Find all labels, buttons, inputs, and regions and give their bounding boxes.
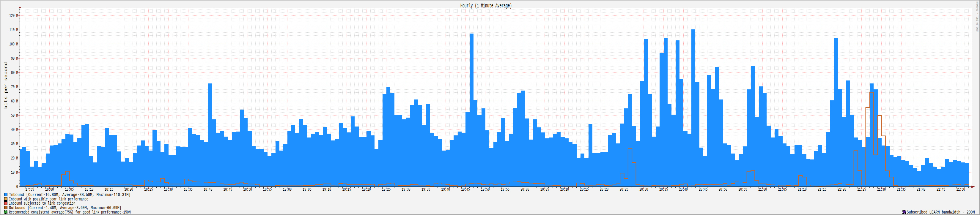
svg-text:18:10: 18:10 [85, 187, 93, 192]
svg-text:20:05: 20:05 [540, 187, 549, 192]
svg-text:Hourly (1 Minute Average): Hourly (1 Minute Average) [460, 2, 512, 9]
svg-text:19:55: 19:55 [501, 187, 509, 192]
svg-text:21:45: 21:45 [937, 187, 945, 192]
svg-text:30 M: 30 M [11, 141, 18, 147]
svg-text:21:00: 21:00 [758, 187, 767, 192]
svg-text:18:15: 18:15 [105, 187, 113, 192]
svg-text:Subscribed LEARN bandwidth - 2: Subscribed LEARN bandwidth - 200M [907, 210, 975, 215]
svg-text:19:40: 19:40 [441, 187, 450, 192]
svg-text:20:20: 20:20 [600, 187, 608, 192]
svg-text:18:05: 18:05 [65, 187, 74, 192]
svg-text:17:55: 17:55 [25, 187, 34, 192]
svg-text:90 M: 90 M [11, 56, 18, 61]
svg-text:20:35: 20:35 [659, 187, 668, 192]
svg-text:21:25: 21:25 [857, 187, 866, 192]
svg-text:19:30: 19:30 [402, 187, 410, 192]
svg-text:70 M: 70 M [11, 84, 18, 90]
svg-text:21:35: 21:35 [897, 187, 906, 192]
svg-text:21:05: 21:05 [778, 187, 787, 192]
svg-text:21:10: 21:10 [798, 187, 807, 192]
svg-text:18:35: 18:35 [184, 187, 192, 192]
svg-text:20:55: 20:55 [738, 187, 747, 192]
svg-text:110 M: 110 M [9, 27, 18, 33]
svg-text:20:10: 20:10 [560, 187, 569, 192]
svg-text:19:00: 19:00 [283, 187, 291, 192]
svg-text:Recommended consistent average: Recommended consistent average(75%) for … [9, 210, 130, 215]
svg-text:60 M: 60 M [11, 99, 18, 104]
svg-text:21:20: 21:20 [838, 187, 846, 192]
svg-text:RRDTOOL / TOBI OETIKER: RRDTOOL / TOBI OETIKER [975, 2, 978, 32]
svg-text:20:30: 20:30 [640, 187, 648, 192]
svg-text:19:35: 19:35 [422, 187, 430, 192]
svg-text:20:00: 20:00 [520, 187, 529, 192]
svg-text:19:25: 19:25 [382, 187, 391, 192]
svg-text:20:15: 20:15 [580, 187, 589, 192]
svg-text:18:20: 18:20 [124, 187, 133, 192]
svg-text:20:45: 20:45 [699, 187, 708, 192]
svg-text:10 M: 10 M [11, 170, 18, 175]
svg-text:0: 0 [16, 184, 18, 190]
svg-text:18:40: 18:40 [204, 187, 212, 192]
svg-text:100 M: 100 M [9, 41, 18, 47]
svg-text:19:05: 19:05 [302, 187, 311, 192]
svg-text:18:55: 18:55 [263, 187, 272, 192]
svg-text:120 M: 120 M [9, 13, 18, 18]
svg-text:18:25: 18:25 [144, 187, 153, 192]
svg-text:20 M: 20 M [11, 156, 18, 161]
svg-text:19:15: 19:15 [342, 187, 351, 192]
svg-text:80 M: 80 M [11, 70, 18, 76]
svg-text:20:50: 20:50 [719, 187, 727, 192]
svg-text:19:45: 19:45 [461, 187, 469, 192]
svg-text:18:45: 18:45 [224, 187, 232, 192]
svg-text:21:30: 21:30 [877, 187, 886, 192]
svg-text:21:50: 21:50 [956, 187, 965, 192]
svg-text:21:15: 21:15 [818, 187, 826, 192]
svg-text:20:25: 20:25 [620, 187, 628, 192]
svg-text:18:30: 18:30 [164, 187, 173, 192]
svg-text:18:50: 18:50 [243, 187, 252, 192]
svg-text:40 M: 40 M [11, 127, 18, 133]
svg-text:18:00: 18:00 [45, 187, 54, 192]
svg-text:19:20: 19:20 [362, 187, 371, 192]
svg-text:21:40: 21:40 [917, 187, 925, 192]
svg-text:50 M: 50 M [11, 113, 18, 118]
svg-text:19:10: 19:10 [323, 187, 331, 192]
svg-text:20:40: 20:40 [679, 187, 688, 192]
svg-text:19:50: 19:50 [481, 187, 490, 192]
svg-text:bits per second: bits per second [3, 62, 9, 109]
